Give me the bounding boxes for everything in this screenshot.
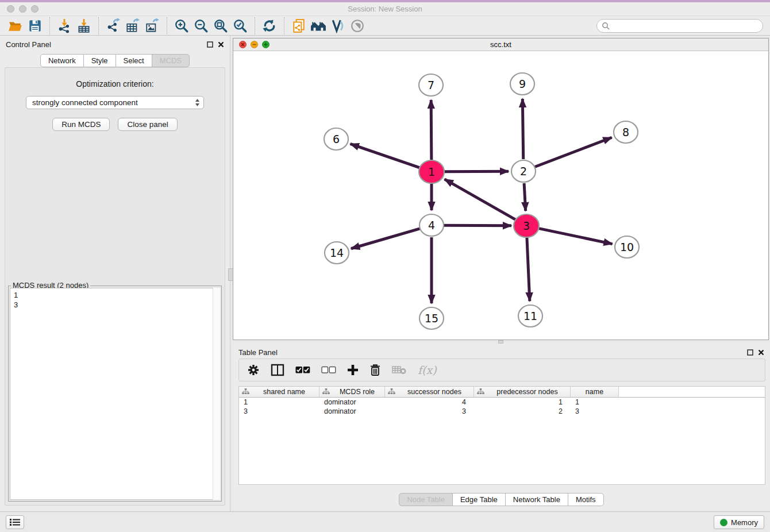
select-all-columns-button[interactable] — [295, 366, 310, 374]
criterion-dropdown-value: strongly connected component — [32, 98, 138, 107]
node-8[interactable]: 8 — [614, 121, 638, 143]
export-network-button[interactable] — [103, 17, 123, 34]
zoom-out-button[interactable] — [191, 17, 211, 34]
import-network-icon — [57, 18, 72, 33]
node-1[interactable]: 1 — [419, 160, 444, 183]
tab-style[interactable]: Style — [83, 54, 116, 67]
cell-shared-name[interactable]: 3 — [239, 407, 319, 416]
export-image-button[interactable] — [143, 17, 162, 34]
tab-node-table[interactable]: Node Table — [399, 493, 453, 506]
hide-graphics-details-button[interactable] — [328, 17, 348, 34]
mcds-result-text[interactable]: 13 — [10, 288, 220, 500]
node-table[interactable]: shared nameMCDS rolesuccessor nodesprede… — [238, 386, 765, 485]
status-bar: Memory — [0, 511, 770, 532]
zoom-in-button[interactable] — [172, 17, 191, 34]
node-7[interactable]: 7 — [419, 74, 443, 96]
node-2[interactable]: 2 — [511, 160, 536, 182]
tab-network[interactable]: Network — [40, 54, 84, 67]
svg-text:9: 9 — [519, 78, 526, 90]
cell-MCDS-role[interactable]: dominator — [319, 407, 385, 416]
column-header-successor-nodes[interactable]: successor nodes — [385, 387, 474, 397]
run-mcds-button[interactable]: Run MCDS — [52, 118, 110, 131]
column-header-predecessor-nodes[interactable]: predecessor nodes — [474, 387, 571, 397]
table-row[interactable]: 3dominator323 — [239, 407, 765, 416]
edge-1-6[interactable] — [351, 144, 421, 168]
table-row[interactable]: 1dominator411 — [239, 398, 765, 407]
home-neighbors-button[interactable] — [309, 17, 328, 34]
save-icon — [28, 18, 43, 33]
criterion-dropdown[interactable]: strongly connected component — [26, 96, 204, 109]
cell-successor-nodes[interactable]: 3 — [385, 407, 474, 416]
refresh-layout-button[interactable] — [260, 17, 279, 34]
result-scrollbar[interactable] — [213, 288, 220, 500]
edge-1-2[interactable] — [444, 171, 509, 172]
export-table-button[interactable] — [123, 17, 143, 34]
memory-status-dot — [720, 519, 727, 526]
zoom-selected-button[interactable] — [230, 17, 250, 34]
refresh-icon — [262, 18, 277, 33]
cell-successor-nodes[interactable]: 4 — [385, 398, 474, 407]
edge-3-1[interactable] — [445, 179, 516, 220]
float-panel-icon[interactable] — [747, 349, 753, 356]
delete-column-button[interactable] — [369, 364, 381, 376]
svg-text:3: 3 — [523, 219, 530, 232]
float-panel-icon[interactable] — [207, 41, 213, 48]
tab-select[interactable]: Select — [116, 54, 152, 67]
cell-predecessor-nodes[interactable]: 2 — [474, 407, 571, 416]
titlebar: Session: New Session — [0, 2, 770, 16]
split-view-button[interactable] — [271, 364, 284, 376]
window-title: Session: New Session — [0, 5, 770, 13]
open-session-button[interactable] — [6, 17, 25, 34]
search-input[interactable] — [610, 20, 763, 32]
column-header-shared-name[interactable]: shared name — [239, 387, 319, 397]
clone-network-button[interactable] — [289, 17, 309, 34]
edge-2-3[interactable] — [524, 183, 526, 211]
tab-mcds[interactable]: MCDS — [152, 54, 190, 67]
deselect-all-columns-button[interactable] — [321, 366, 336, 374]
tab-network-table[interactable]: Network Table — [505, 493, 568, 506]
edge-1-7[interactable] — [431, 100, 432, 160]
table-settings-button[interactable] — [247, 364, 260, 376]
column-header-MCDS-role[interactable]: MCDS role — [319, 387, 385, 397]
column-header-name[interactable]: name — [571, 387, 619, 397]
svg-text:8: 8 — [622, 126, 629, 138]
node-15[interactable]: 15 — [419, 307, 444, 329]
edge-4-14[interactable] — [351, 229, 420, 249]
cell-name[interactable]: 1 — [571, 398, 619, 407]
zoom-fit-button[interactable] — [211, 17, 230, 34]
node-6[interactable]: 6 — [324, 128, 348, 150]
tab-edge-table[interactable]: Edge Table — [452, 493, 506, 506]
cell-name[interactable]: 3 — [571, 407, 619, 416]
cell-MCDS-role[interactable]: dominator — [319, 398, 385, 407]
node-3[interactable]: 3 — [514, 214, 539, 237]
table-body: 1dominator4113dominator323 — [239, 398, 765, 416]
create-column-button[interactable] — [347, 364, 359, 376]
memory-button[interactable]: Memory — [714, 515, 764, 529]
close-panel-button[interactable]: Close panel — [118, 118, 177, 131]
cell-shared-name[interactable]: 1 — [239, 398, 319, 407]
search-field[interactable] — [596, 19, 763, 33]
node-10[interactable]: 10 — [615, 236, 639, 258]
home-neighbors-icon — [310, 18, 326, 33]
checked-boxes-icon — [295, 366, 310, 374]
edge-4-3[interactable] — [444, 225, 511, 226]
import-network-button[interactable] — [55, 17, 74, 34]
edge-2-9[interactable] — [522, 99, 523, 159]
task-history-button[interactable] — [6, 515, 24, 529]
table-tabs: Node TableEdge TableNetwork TableMotifs — [233, 493, 770, 506]
save-session-button[interactable] — [25, 17, 45, 34]
network-canvas[interactable]: 7968124314101511 — [233, 51, 768, 340]
node-4[interactable]: 4 — [419, 214, 444, 236]
tab-motifs[interactable]: Motifs — [568, 493, 604, 506]
node-9[interactable]: 9 — [510, 73, 534, 95]
show-eye-button[interactable] — [348, 17, 367, 34]
edge-2-8[interactable] — [535, 137, 612, 167]
close-panel-icon[interactable] — [758, 349, 764, 356]
edge-3-10[interactable] — [538, 228, 613, 244]
edge-3-11[interactable] — [527, 238, 530, 301]
node-14[interactable]: 14 — [325, 242, 349, 264]
node-11[interactable]: 11 — [518, 305, 542, 327]
close-panel-icon[interactable] — [218, 41, 224, 48]
import-table-button[interactable] — [74, 17, 94, 34]
cell-predecessor-nodes[interactable]: 1 — [474, 398, 571, 407]
